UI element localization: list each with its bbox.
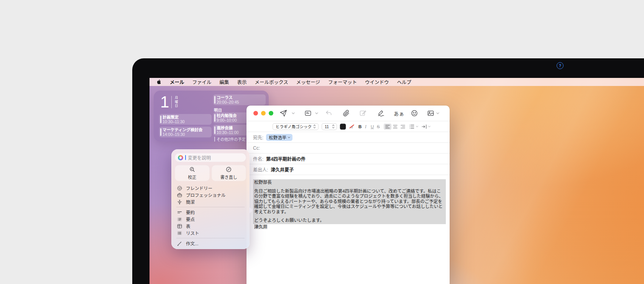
mac-screen: メール ファイル 編集 表示 メールボックス メッセージ フォーマット ウインド…: [150, 78, 644, 284]
menu-item-edit[interactable]: 編集: [220, 78, 229, 86]
body-signature: 津久井: [254, 225, 268, 229]
compose-item[interactable]: 作文...: [175, 240, 246, 247]
recipient-name: 松野浩平: [269, 134, 286, 140]
subject-value: 第4四半期計画の件: [266, 155, 306, 162]
body-paragraph: 先日ご相談した新製品向け市場進出戦略の第4四半期計画について、改めてご連絡です。…: [254, 189, 445, 215]
underline-button[interactable]: U: [371, 124, 374, 129]
calendar-event[interactable]: 計画策定 10:30–11:30: [159, 114, 212, 125]
chip-chevron-icon: [288, 136, 291, 139]
describe-change-input[interactable]: 変更を説明: [175, 153, 246, 162]
send-options-chevron-icon[interactable]: [291, 111, 295, 115]
rewrite-label: 書き直し: [220, 174, 237, 180]
font-size-value: 11: [322, 124, 331, 129]
body-greeting: 松野部長: [254, 180, 445, 185]
menu-item-message[interactable]: メッセージ: [296, 78, 320, 86]
message-body[interactable]: 松野部長 先日ご相談した新製品向け市場進出戦略の第4四半期計画について、改めてご…: [246, 175, 450, 230]
attachment-paperclip-icon[interactable]: [342, 109, 350, 117]
tone-concise-item[interactable]: 簡潔: [175, 198, 246, 205]
italic-button[interactable]: I: [365, 124, 366, 129]
emoji-picker-icon[interactable]: [411, 109, 418, 117]
body-signature-line: 津久井: [253, 225, 446, 230]
calendar-weekday: 月曜日: [171, 96, 178, 108]
key-points-item[interactable]: 要点: [175, 216, 246, 223]
close-button[interactable]: [253, 111, 258, 116]
header-fields-button[interactable]: [304, 110, 312, 117]
align-right-button[interactable]: [399, 124, 407, 130]
window-titlebar: あぁ: [246, 106, 450, 121]
apple-logo-icon[interactable]: [157, 79, 162, 85]
from-label: 差出人:: [253, 166, 268, 173]
rewrite-button[interactable]: 書き直し: [212, 165, 246, 181]
send-button[interactable]: [279, 109, 288, 117]
subject-label: 件名:: [253, 155, 263, 162]
menu-item-view[interactable]: 表示: [237, 78, 247, 86]
item-label: 表: [186, 223, 191, 229]
background-color-disabled-icon: a: [349, 124, 355, 129]
subject-field-row[interactable]: 件名: 第4四半期計画の件: [246, 154, 450, 164]
body-closing: どうぞよろしくお願いいたします。: [254, 218, 445, 223]
calendar-event[interactable]: マーケティング検討会 14:00–15:30: [159, 127, 212, 137]
menu-item-help[interactable]: ヘルプ: [397, 78, 412, 86]
recipient-chip[interactable]: 松野浩平: [266, 134, 292, 141]
menu-item-window[interactable]: ウインドウ: [365, 78, 389, 86]
align-center-button[interactable]: [391, 124, 399, 130]
proofread-magnifier-icon: [189, 166, 196, 173]
minimize-button[interactable]: [261, 111, 266, 116]
item-label: 作文...: [186, 240, 199, 246]
to-label: 宛先:: [253, 134, 263, 140]
item-label: 簡潔: [186, 199, 195, 205]
item-label: リスト: [186, 230, 199, 236]
compose-disabled-icon: [359, 109, 367, 117]
strikethrough-button[interactable]: S: [377, 124, 380, 129]
to-field-row[interactable]: 宛先: 松野浩平: [246, 132, 450, 143]
from-field-row[interactable]: 差出人: 津久井夏子: [246, 164, 450, 175]
calendar-tomorrow-label: 明日: [214, 107, 222, 113]
blank-line: [254, 185, 445, 189]
handwriting-pen-icon[interactable]: [377, 109, 385, 117]
bold-button[interactable]: B: [358, 124, 361, 129]
menu-item-mail[interactable]: メール: [170, 78, 184, 86]
mail-compose-window: あぁ ヒラギノ角ゴシック 11 a B I: [246, 106, 450, 284]
rewrite-pen-icon: [225, 166, 232, 173]
table-item[interactable]: 表: [175, 223, 246, 230]
calendar-event[interactable]: コーラス 20:00–20:45: [213, 94, 266, 105]
photo-browser-chevron-icon[interactable]: [436, 111, 440, 115]
from-value: 津久井夏子: [271, 166, 294, 173]
event-title: マーケティング検討会: [163, 127, 209, 132]
font-family-select[interactable]: ヒラギノ角ゴシック: [273, 123, 319, 130]
help-hotspot-icon[interactable]: ?: [557, 62, 564, 69]
input-placeholder: 変更を説明: [188, 154, 211, 161]
list-style-button[interactable]: [409, 124, 419, 129]
writing-tools-popup: 変更を説明 校正 書き直し フレンドリー: [171, 149, 250, 249]
event-title: コーラス: [217, 95, 263, 100]
reply-icon: [325, 110, 333, 117]
menu-item-mailbox[interactable]: メールボックス: [255, 78, 288, 86]
photo-browser-icon[interactable]: [427, 110, 435, 117]
text-color-well[interactable]: [340, 124, 346, 129]
indent-button[interactable]: [421, 124, 431, 129]
cc-field-row[interactable]: Cc:: [246, 143, 450, 154]
zoom-button[interactable]: [269, 111, 273, 116]
menu-item-file[interactable]: ファイル: [192, 78, 212, 86]
item-label: フレンドリー: [186, 185, 212, 191]
header-fields-chevron-icon[interactable]: [315, 111, 319, 115]
proofread-button[interactable]: 校正: [175, 165, 210, 181]
format-toggle-button[interactable]: あぁ: [394, 110, 404, 117]
compose-pencil-icon: [177, 241, 182, 246]
event-title: 計画策定: [163, 115, 209, 119]
apple-intelligence-icon: [178, 155, 183, 160]
format-bar: ヒラギノ角ゴシック 11 a B I U S: [246, 121, 450, 132]
tone-friendly-item[interactable]: フレンドリー: [175, 185, 246, 192]
list-item[interactable]: リスト: [175, 230, 246, 236]
item-label: 要点: [186, 216, 195, 222]
concise-icon: [177, 199, 182, 205]
font-size-select[interactable]: 11: [322, 123, 337, 130]
tone-professional-item[interactable]: プロフェッショナル: [175, 192, 246, 198]
item-label: プロフェッショナル: [186, 192, 226, 198]
menu-item-format[interactable]: フォーマット: [328, 78, 357, 86]
align-left-button[interactable]: [384, 124, 391, 130]
event-time: 14:00–15:30: [163, 132, 209, 137]
summary-item[interactable]: 要約: [175, 209, 246, 216]
key-points-icon: [177, 216, 182, 222]
font-family-value: ヒラギノ角ゴシック: [273, 124, 312, 129]
